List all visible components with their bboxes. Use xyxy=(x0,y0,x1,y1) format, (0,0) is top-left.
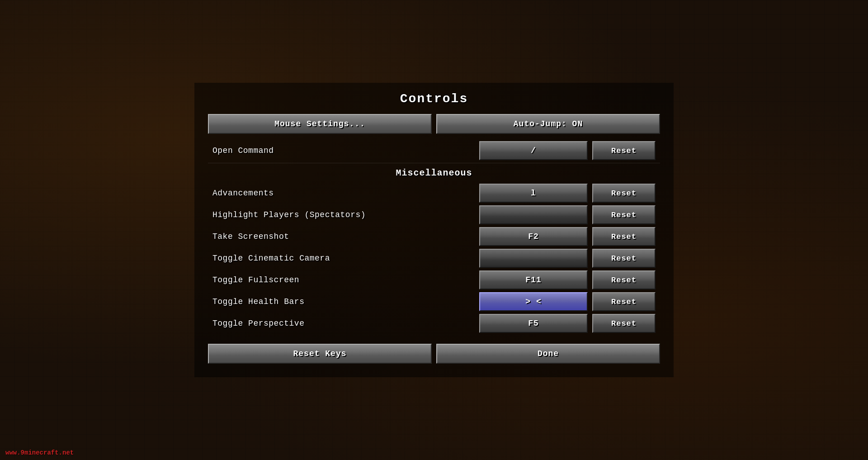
toggle-cinematic-row: Toggle Cinematic Camera Reset xyxy=(208,249,660,268)
open-command-label: Open Command xyxy=(212,146,479,155)
done-button[interactable]: Done xyxy=(436,344,660,364)
toggle-perspective-label: Toggle Perspective xyxy=(212,319,479,328)
reset-keys-button[interactable]: Reset Keys xyxy=(208,344,432,364)
advancements-row: Advancements l Reset xyxy=(208,184,660,203)
toggle-fullscreen-label: Toggle Fullscreen xyxy=(212,275,479,285)
watermark: www.9minecraft.net xyxy=(5,449,74,456)
open-command-reset-button[interactable]: Reset xyxy=(592,141,656,160)
take-screenshot-label: Take Screenshot xyxy=(212,232,479,241)
highlight-players-reset-button[interactable]: Reset xyxy=(592,205,656,224)
miscellaneous-header: Miscellaneous xyxy=(208,168,660,178)
toggle-fullscreen-key-button[interactable]: F11 xyxy=(479,270,588,289)
take-screenshot-reset-button[interactable]: Reset xyxy=(592,227,656,246)
mouse-settings-button[interactable]: Mouse Settings... xyxy=(208,114,432,134)
take-screenshot-key-button[interactable]: F2 xyxy=(479,227,588,246)
advancements-reset-button[interactable]: Reset xyxy=(592,184,656,203)
toggle-cinematic-reset-button[interactable]: Reset xyxy=(592,249,656,268)
toggle-perspective-row: Toggle Perspective F5 Reset xyxy=(208,314,660,333)
highlight-players-row: Highlight Players (Spectators) Reset xyxy=(208,205,660,224)
page-title: Controls xyxy=(208,92,660,106)
toggle-fullscreen-reset-button[interactable]: Reset xyxy=(592,270,656,289)
advancements-key-button[interactable]: l xyxy=(479,184,588,203)
open-command-key-button[interactable]: / xyxy=(479,141,588,160)
highlight-players-key-button[interactable] xyxy=(479,205,588,224)
auto-jump-button[interactable]: Auto-Jump: ON xyxy=(436,114,660,134)
toggle-health-bars-row: Toggle Health Bars > < Reset xyxy=(208,292,660,311)
take-screenshot-row: Take Screenshot F2 Reset xyxy=(208,227,660,246)
toggle-cinematic-key-button[interactable] xyxy=(479,249,588,268)
highlight-players-label: Highlight Players (Spectators) xyxy=(212,210,479,219)
toggle-health-bars-label: Toggle Health Bars xyxy=(212,297,479,306)
toggle-health-bars-key-button[interactable]: > < xyxy=(479,292,588,311)
toggle-perspective-key-button[interactable]: F5 xyxy=(479,314,588,333)
toggle-fullscreen-row: Toggle Fullscreen F11 Reset xyxy=(208,270,660,289)
open-command-row: Open Command / Reset xyxy=(208,141,660,160)
controls-panel: Controls Mouse Settings... Auto-Jump: ON… xyxy=(194,83,674,377)
settings-scroll-area: Open Command / Reset Miscellaneous Advan… xyxy=(208,141,660,336)
toggle-cinematic-label: Toggle Cinematic Camera xyxy=(212,254,479,263)
advancements-label: Advancements xyxy=(212,189,479,198)
toggle-perspective-reset-button[interactable]: Reset xyxy=(592,314,656,333)
top-buttons-row: Mouse Settings... Auto-Jump: ON xyxy=(208,114,660,134)
bottom-buttons-row: Reset Keys Done xyxy=(208,344,660,364)
divider-1 xyxy=(208,163,660,163)
toggle-health-bars-reset-button[interactable]: Reset xyxy=(592,292,656,311)
